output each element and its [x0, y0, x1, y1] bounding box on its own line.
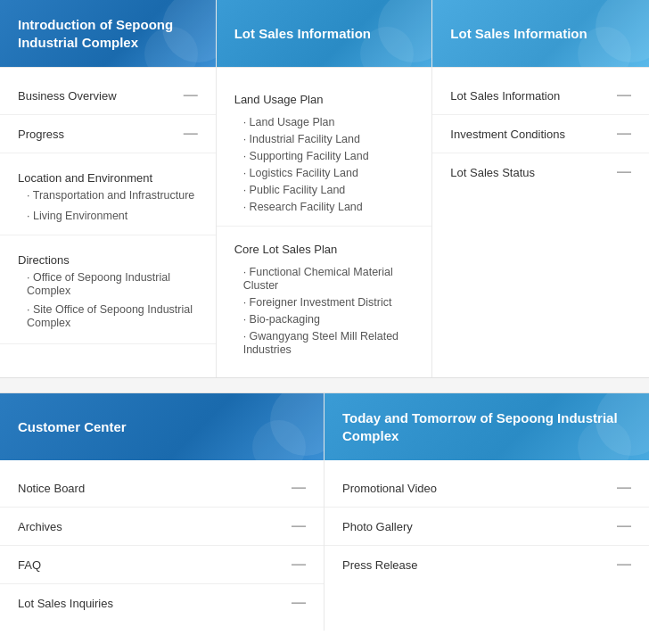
bottom-content: Notice Board — Archives — FAQ — Lot Sale… [0, 460, 649, 631]
directions-label[interactable]: Directions [0, 244, 216, 267]
col1-header-text: Introduction of Sepoong Industrial Compl… [18, 16, 198, 51]
col3-menu: Lot Sales Information — Investment Condi… [432, 68, 649, 377]
promotional-video-item[interactable]: Promotional Video — [324, 469, 649, 508]
business-overview-item[interactable]: Business Overview — [0, 77, 216, 115]
col2-header-text: Lot Sales Information [234, 25, 371, 43]
bottom-col1-header: Customer Center [0, 393, 324, 460]
col2-header: Lot Sales Information [217, 0, 433, 67]
core-item-1[interactable]: · Foreigner Investment District [217, 293, 432, 310]
office-sub[interactable]: · Office of Sepoong Industrial Complex [0, 267, 216, 301]
lot-sales-info-item[interactable]: Lot Sales Information — [432, 77, 649, 115]
bottom-col2-header: Today and Tomorrow of Sepoong Industrial… [324, 393, 649, 460]
notice-board-item[interactable]: Notice Board — [0, 469, 324, 508]
land-usage-item-0[interactable]: · Land Usage Plan [217, 113, 432, 130]
core-item-2[interactable]: · Bio-packaging [217, 310, 432, 327]
core-item-3[interactable]: · Gwangyang Steel Mill Related Industrie… [217, 327, 432, 358]
land-usage-item-5[interactable]: · Research Facility Land [217, 198, 432, 215]
lot-sales-inquiries-item[interactable]: Lot Sales Inquiries — [0, 584, 324, 622]
bottom-col1-menu: Notice Board — Archives — FAQ — Lot Sale… [0, 460, 324, 631]
col1-header: Introduction of Sepoong Industrial Compl… [0, 0, 217, 67]
land-usage-title[interactable]: Land Usage Plan [217, 86, 432, 113]
section-divider [0, 377, 649, 393]
col3-header-text: Lot Sales Information [450, 25, 587, 43]
core-item-0[interactable]: · Functional Chemical Material Cluster [217, 263, 432, 293]
location-label[interactable]: Location and Environment [0, 162, 216, 185]
core-lot-title[interactable]: Core Lot Sales Plan [217, 235, 432, 263]
col1-menu: Business Overview — Progress — Location … [0, 68, 217, 377]
col3-header: Lot Sales Information [432, 0, 649, 67]
investment-conditions-item[interactable]: Investment Conditions — [432, 115, 649, 153]
bottom-col1-header-text: Customer Center [18, 418, 127, 436]
core-lot-section: Core Lot Sales Plan · Functional Chemica… [217, 227, 432, 368]
directions-group: Directions · Office of Sepoong Industria… [0, 235, 216, 344]
land-usage-item-4[interactable]: · Public Facility Land [217, 181, 432, 198]
land-usage-item-3[interactable]: · Logistics Facility Land [217, 164, 432, 181]
archives-item[interactable]: Archives — [0, 508, 324, 546]
bottom-section: Customer Center Today and Tomorrow of Se… [0, 393, 649, 460]
col2-menu: Land Usage Plan · Land Usage Plan · Indu… [217, 68, 433, 377]
lot-sales-status-item[interactable]: Lot Sales Status — [432, 153, 649, 191]
transportation-sub[interactable]: · Transportation and Infrastructure [0, 185, 216, 207]
press-release-item[interactable]: Press Release — [324, 546, 649, 583]
land-usage-item-1[interactable]: · Industrial Facility Land [217, 130, 432, 147]
bottom-col2-header-text: Today and Tomorrow of Sepoong Industrial… [342, 409, 631, 444]
bottom-col2-menu: Promotional Video — Photo Gallery — Pres… [324, 460, 649, 631]
site-office-sub[interactable]: · Site Office of Sepoong Industrial Comp… [0, 301, 216, 336]
land-usage-item-2[interactable]: · Supporting Facility Land [217, 147, 432, 164]
faq-item[interactable]: FAQ — [0, 546, 324, 584]
progress-item[interactable]: Progress — [0, 115, 216, 153]
land-usage-section: Land Usage Plan · Land Usage Plan · Indu… [217, 77, 432, 227]
photo-gallery-item[interactable]: Photo Gallery — [324, 508, 649, 546]
living-env-sub[interactable]: · Living Environment [0, 207, 216, 227]
location-group: Location and Environment · Transportatio… [0, 153, 216, 235]
